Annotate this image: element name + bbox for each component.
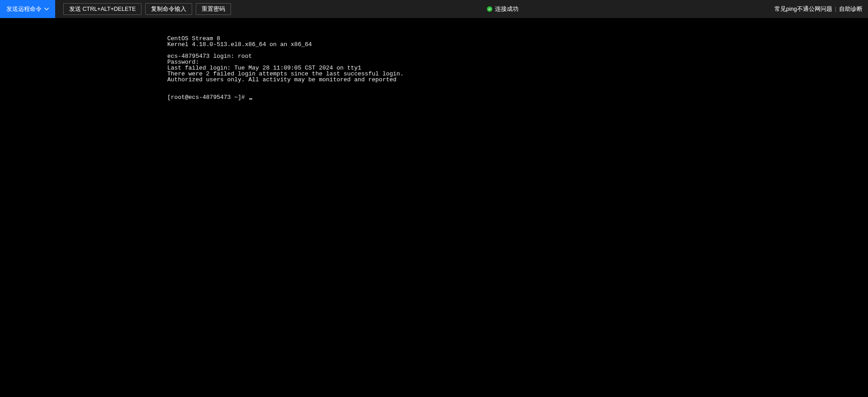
terminal-line: ecs-48795473 login: root bbox=[167, 53, 868, 59]
send-ctrl-alt-del-label: 发送 CTRL+ALT+DELETE bbox=[69, 5, 136, 13]
copy-command-input-button[interactable]: 复制命令输入 bbox=[145, 3, 192, 15]
self-diagnosis-link[interactable]: 自助诊断 bbox=[839, 5, 863, 13]
terminal-cursor bbox=[249, 98, 252, 99]
toolbar: 发送远程命令 发送 CTRL+ALT+DELETE 复制命令输入 重置密码 连接… bbox=[0, 0, 868, 18]
copy-command-input-label: 复制命令输入 bbox=[151, 5, 186, 13]
link-divider: | bbox=[835, 6, 836, 12]
reset-password-button[interactable]: 重置密码 bbox=[196, 3, 231, 15]
terminal-line: Authorized users only. All activity may … bbox=[167, 77, 868, 83]
check-circle-icon bbox=[487, 6, 492, 12]
chevron-down-icon bbox=[44, 8, 49, 10]
connection-status: 连接成功 bbox=[231, 5, 774, 13]
terminal-line bbox=[167, 47, 868, 53]
connection-status-text: 连接成功 bbox=[495, 5, 519, 13]
reset-password-label: 重置密码 bbox=[202, 5, 225, 13]
ping-issue-link[interactable]: 常见ping不通公网问题 bbox=[774, 5, 832, 13]
send-remote-command-label: 发送远程命令 bbox=[6, 5, 42, 13]
terminal-output[interactable]: CentOS Stream 8Kernel 4.18.0-513.el8.x86… bbox=[167, 24, 868, 397]
help-links: 常见ping不通公网问题 | 自助诊断 bbox=[774, 5, 863, 13]
terminal-line: Kernel 4.18.0-513.el8.x86_64 on an x86_6… bbox=[167, 42, 868, 47]
send-remote-command-button[interactable]: 发送远程命令 bbox=[0, 0, 55, 18]
send-ctrl-alt-del-button[interactable]: 发送 CTRL+ALT+DELETE bbox=[63, 3, 142, 15]
terminal-prompt: [root@ecs-48795473 ~]# bbox=[167, 94, 248, 101]
